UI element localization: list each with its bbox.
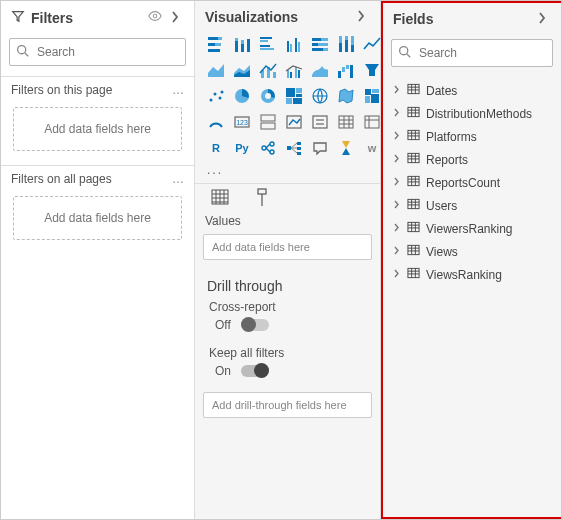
- svg-rect-40: [295, 67, 297, 78]
- svg-rect-10: [241, 40, 244, 44]
- collapse-fields-icon[interactable]: [533, 11, 551, 27]
- svg-rect-104: [408, 84, 419, 93]
- field-table-reportscount[interactable]: ReportsCount: [387, 171, 557, 194]
- viz-paginated-icon[interactable]: [335, 137, 357, 159]
- viz-area-icon[interactable]: [205, 59, 227, 81]
- viz-card-icon[interactable]: 123: [231, 111, 253, 133]
- fields-well-icon[interactable]: [209, 186, 231, 208]
- values-dropzone[interactable]: Add data fields here: [203, 234, 372, 260]
- viz-line-column-icon[interactable]: [257, 59, 279, 81]
- viz-stacked-column-icon[interactable]: [231, 33, 253, 55]
- svg-point-49: [219, 97, 222, 100]
- svg-point-53: [265, 93, 271, 99]
- svg-rect-72: [339, 116, 353, 128]
- chevron-right-icon: [393, 85, 401, 96]
- viz-matrix-icon[interactable]: [361, 111, 383, 133]
- viz-ribbon-icon[interactable]: [309, 59, 331, 81]
- viz-map-icon[interactable]: [309, 85, 331, 107]
- viz-key-influencers-icon[interactable]: [257, 137, 279, 159]
- viz-pie-icon[interactable]: [231, 85, 253, 107]
- viz-stacked-area-icon[interactable]: [231, 59, 253, 81]
- collapse-filters-icon[interactable]: [166, 10, 184, 26]
- svg-rect-101: [258, 189, 266, 194]
- field-table-viewersranking[interactable]: ViewersRanking: [387, 217, 557, 240]
- svg-rect-63: [371, 94, 379, 103]
- svg-rect-68: [287, 116, 301, 128]
- viz-filled-map-icon[interactable]: [335, 85, 357, 107]
- viz-clustered-column-icon[interactable]: [283, 33, 305, 55]
- drill-through-dropzone[interactable]: Add drill-through fields here: [203, 392, 372, 418]
- svg-rect-6: [208, 49, 220, 52]
- viz-treemap-icon[interactable]: [283, 85, 305, 107]
- field-table-distributionmethods[interactable]: DistributionMethods: [387, 102, 557, 125]
- svg-rect-3: [218, 37, 222, 40]
- svg-rect-134: [408, 222, 419, 231]
- keep-filters-value: On: [215, 364, 231, 378]
- keep-filters-toggle[interactable]: [241, 365, 269, 377]
- field-table-reports[interactable]: Reports: [387, 148, 557, 171]
- svg-rect-21: [312, 38, 321, 41]
- filter-icon: [11, 9, 25, 26]
- viz-r-visual-icon[interactable]: R: [205, 137, 227, 159]
- svg-rect-114: [408, 130, 419, 139]
- field-table-label: ReportsCount: [426, 176, 500, 190]
- fields-search-input[interactable]: [417, 45, 562, 61]
- viz-table-icon[interactable]: [335, 111, 357, 133]
- fields-table-list: DatesDistributionMethodsPlatformsReports…: [383, 77, 561, 288]
- viz-word-icon[interactable]: w: [361, 137, 383, 159]
- field-table-dates[interactable]: Dates: [387, 79, 557, 102]
- field-table-viewsranking[interactable]: ViewsRanking: [387, 263, 557, 286]
- viz-shape-map-icon[interactable]: [361, 85, 383, 107]
- viz-line-clustered-icon[interactable]: [283, 59, 305, 81]
- svg-rect-14: [260, 45, 270, 47]
- svg-rect-43: [342, 67, 345, 72]
- field-table-platforms[interactable]: Platforms: [387, 125, 557, 148]
- svg-rect-55: [296, 88, 302, 93]
- filters-all-dropzone[interactable]: Add data fields here: [13, 196, 182, 240]
- field-table-views[interactable]: Views: [387, 240, 557, 263]
- filters-all-label: Filters on all pages: [11, 172, 112, 186]
- svg-rect-9: [241, 44, 244, 52]
- table-icon: [407, 152, 420, 167]
- filters-page-more-icon[interactable]: …: [172, 83, 184, 97]
- field-table-users[interactable]: Users: [387, 194, 557, 217]
- viz-slicer-icon[interactable]: [309, 111, 331, 133]
- collapse-viz-icon[interactable]: [352, 9, 370, 25]
- table-icon: [407, 129, 420, 144]
- fields-pane: Fields DatesDistributionMethodsPlatforms…: [381, 1, 561, 519]
- viz-py-visual-icon[interactable]: Py: [231, 137, 253, 159]
- viz-multi-row-card-icon[interactable]: [257, 111, 279, 133]
- viz-decomp-tree-icon[interactable]: [283, 137, 305, 159]
- viz-qa-icon[interactable]: [309, 137, 331, 159]
- fields-search[interactable]: [391, 39, 553, 67]
- viz-waterfall-icon[interactable]: [335, 59, 357, 81]
- svg-rect-88: [297, 152, 301, 155]
- viz-kpi-icon[interactable]: [283, 111, 305, 133]
- viz-100-stacked-bar-icon[interactable]: [309, 33, 331, 55]
- preview-icon[interactable]: [144, 10, 166, 25]
- svg-rect-41: [298, 70, 300, 78]
- keep-filters-toggle-row: On: [195, 362, 380, 388]
- viz-gauge-icon[interactable]: [205, 111, 227, 133]
- viz-stacked-bar-icon[interactable]: [205, 33, 227, 55]
- viz-more-button[interactable]: ...: [195, 163, 380, 183]
- format-well-icon[interactable]: [251, 186, 273, 208]
- table-icon: [407, 221, 420, 236]
- viz-100-stacked-column-icon[interactable]: [335, 33, 357, 55]
- filters-search[interactable]: [9, 38, 186, 66]
- svg-point-50: [221, 91, 224, 94]
- svg-line-84: [266, 148, 270, 152]
- cross-report-toggle[interactable]: [241, 319, 269, 331]
- svg-rect-13: [260, 40, 268, 42]
- filters-search-input[interactable]: [35, 44, 189, 60]
- viz-donut-icon[interactable]: [257, 85, 279, 107]
- viz-line-icon[interactable]: [361, 33, 383, 55]
- viz-funnel-icon[interactable]: [361, 59, 383, 81]
- filters-all-more-icon[interactable]: …: [172, 172, 184, 186]
- filters-page-dropzone[interactable]: Add data fields here: [13, 107, 182, 151]
- viz-scatter-icon[interactable]: [205, 85, 227, 107]
- svg-rect-27: [339, 43, 342, 52]
- field-table-label: DistributionMethods: [426, 107, 532, 121]
- svg-point-81: [270, 142, 274, 146]
- viz-clustered-bar-icon[interactable]: [257, 33, 279, 55]
